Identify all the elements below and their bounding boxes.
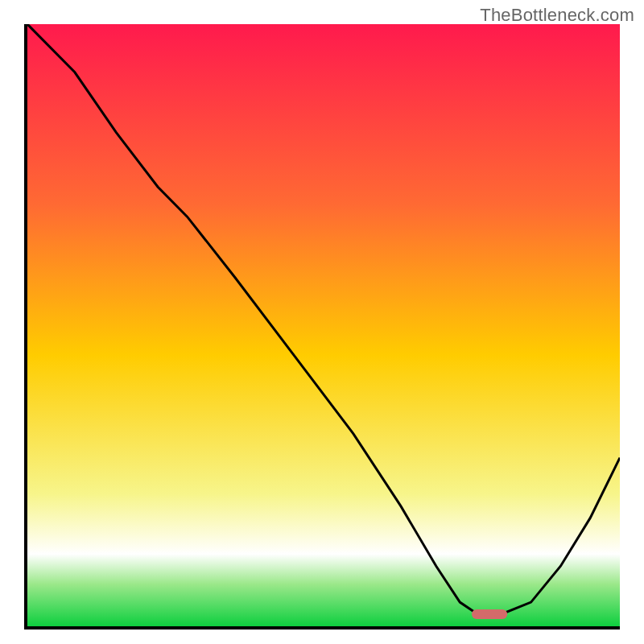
optimum-marker bbox=[472, 609, 507, 619]
chart-stage: TheBottleneck.com bbox=[0, 0, 644, 644]
gradient-background bbox=[27, 24, 620, 626]
watermark-text: TheBottleneck.com bbox=[480, 5, 634, 26]
bottleneck-chart bbox=[27, 24, 620, 626]
